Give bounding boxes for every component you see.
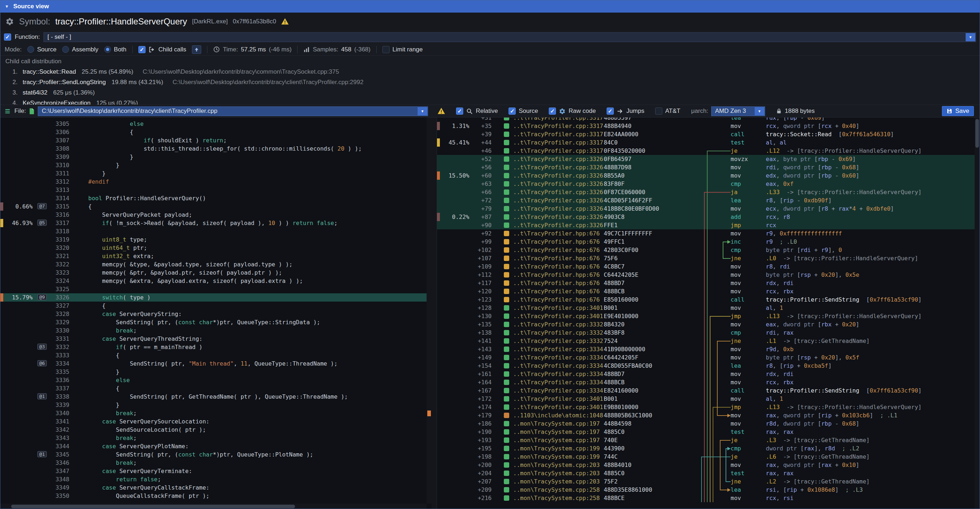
assembly-row[interactable]: +52..t\TracyProfiler.cpp:33260FB64597mov… bbox=[437, 155, 975, 163]
source-line[interactable]: 3314 bool Profiler::HandleServerQuery() bbox=[0, 194, 426, 202]
asm-location[interactable]: ..t\TracyProfiler.cpp:3326 bbox=[513, 205, 604, 213]
asm-location[interactable]: ..mon\TracySystem.cpp:203 bbox=[513, 461, 604, 469]
asm-location[interactable]: ..mon\TracySystem.cpp:258 bbox=[513, 494, 604, 502]
assembly-row[interactable]: +99..t\TracyProfiler.hpp:67649FFC1incr9 … bbox=[437, 238, 975, 246]
source-line[interactable]: 3310 } bbox=[0, 161, 426, 169]
asm-location[interactable]: ..mon\TracySystem.cpp:197 bbox=[513, 428, 604, 436]
source-line[interactable]: 3309 } bbox=[0, 153, 426, 161]
chevron-down-icon[interactable]: ▼ bbox=[418, 107, 427, 115]
asm-location[interactable]: ..t\TracyProfiler.hpp:676 bbox=[513, 287, 604, 296]
source-line[interactable]: 3320 uint64_t ptr; bbox=[0, 244, 426, 252]
asm-location[interactable]: ..mon\TracySystem.cpp:203 bbox=[513, 477, 604, 486]
asm-location[interactable]: ..t\TracyProfiler.cpp:3401 bbox=[513, 304, 604, 312]
assembly-row[interactable]: +63..t\TracyProfiler.cpp:332683F80Fcmpea… bbox=[437, 180, 975, 188]
source-line[interactable]: @13338 SendString( ptr, GetThreadName( p… bbox=[0, 393, 426, 401]
source-line[interactable]: 3336 else bbox=[0, 376, 426, 384]
assembly-row[interactable]: +92..t\TracyProfiler.hpp:67649C7C1FFFFFF… bbox=[437, 229, 975, 238]
source-line[interactable]: 3308 std::this_thread::sleep_for( std::c… bbox=[0, 145, 426, 153]
jumps-checkbox[interactable] bbox=[607, 108, 614, 115]
assembly-row[interactable]: 45.41%+44..t\TracyProfiler.cpp:331784C0t… bbox=[437, 138, 975, 147]
source-line[interactable]: 3337 { bbox=[0, 384, 426, 393]
asm-location[interactable]: ..t\TracyProfiler.cpp:3326 bbox=[513, 196, 604, 205]
child-call-item[interactable]: 1.tracy::Socket::Read25.25 ms (54.89%)C:… bbox=[5, 67, 980, 77]
asm-location[interactable]: ..t\TracyProfiler.cpp:3334 bbox=[513, 387, 604, 395]
asm-location[interactable]: ..t\TracyProfiler.cpp:3332 bbox=[513, 329, 604, 337]
asm-location[interactable]: ..t\TracyProfiler.hpp:676 bbox=[513, 246, 604, 254]
source-line[interactable]: 3307 if( shouldExit ) return; bbox=[0, 136, 426, 145]
raw-code-checkbox[interactable] bbox=[549, 108, 556, 115]
collapse-arrow-icon[interactable]: ▼ bbox=[5, 4, 9, 9]
source-vscrollbar[interactable] bbox=[426, 118, 431, 504]
assembly-row[interactable]: +179..1103\include\atomic:1048488B05B63C… bbox=[437, 411, 975, 420]
radio-source-icon[interactable] bbox=[27, 46, 34, 53]
source-line[interactable]: 3327 { bbox=[0, 302, 426, 310]
asm-location[interactable]: ..1103\include\atomic:1048 bbox=[513, 411, 604, 420]
asm-location[interactable]: ..t\TracyProfiler.cpp:3326 bbox=[513, 221, 604, 229]
assembly-row[interactable]: +154..t\TracyProfiler.cpp:33344C8D055FBA… bbox=[437, 362, 975, 370]
chevron-down-icon[interactable]: ▼ bbox=[966, 33, 975, 41]
att-checkbox[interactable] bbox=[655, 108, 662, 115]
asm-location[interactable]: ..t\TracyProfiler.cpp:3334 bbox=[513, 353, 604, 362]
function-combo[interactable]: [ - self - ] ▼ bbox=[43, 32, 976, 42]
assembly-row[interactable]: +167..t\TracyProfiler.cpp:3334E824160000… bbox=[437, 387, 975, 395]
assembly-row[interactable]: +128..t\TracyProfiler.cpp:3401B001moval,… bbox=[437, 304, 975, 312]
source-line[interactable]: @33332 if( ptr == m_mainThread ) bbox=[0, 343, 426, 351]
assembly-row[interactable]: +161..t\TracyProfiler.cpp:3334488BD7movr… bbox=[437, 370, 975, 378]
assembly-row[interactable]: +117..t\TracyProfiler.hpp:676488BD7movrd… bbox=[437, 279, 975, 287]
asm-location[interactable]: ..t\TracyProfiler.hpp:676 bbox=[513, 254, 604, 262]
asm-location[interactable]: ..t\TracyProfiler.hpp:676 bbox=[513, 271, 604, 279]
source-hscrollbar[interactable] bbox=[0, 504, 426, 509]
source-line[interactable]: 3343 break; bbox=[0, 434, 426, 442]
assembly-row[interactable]: +109..t\TracyProfiler.hpp:6764C8BC7movr8… bbox=[437, 262, 975, 271]
assembly-row[interactable]: +120..t\TracyProfiler.hpp:676488BCBmovrc… bbox=[437, 287, 975, 296]
assembly-row[interactable]: +46..t\TracyProfiler.cpp:33170F843502000… bbox=[437, 147, 975, 155]
assembly-row[interactable]: +56..t\TracyProfiler.cpp:3326488B7D98mov… bbox=[437, 163, 975, 172]
assembly-row[interactable]: +143..t\TracyProfiler.cpp:333441B90B0000… bbox=[437, 345, 975, 353]
source-line[interactable]: 3344 case ServerQueryPlotName: bbox=[0, 442, 426, 450]
panel-splitter[interactable] bbox=[431, 118, 437, 509]
assembly-row[interactable]: +72..t\TracyProfiler.cpp:33264C8D05F146F… bbox=[437, 196, 975, 205]
child-call-item[interactable]: 2.tracy::Profiler::SendLongString19.88 m… bbox=[5, 77, 980, 87]
assembly-row[interactable]: +200..mon\TracySystem.cpp:203488B4010mov… bbox=[437, 461, 975, 469]
assembly-row[interactable]: +195..mon\TracySystem.cpp:199443900cmpdw… bbox=[437, 444, 975, 453]
assembly-row[interactable]: +141..t\TracyProfiler.cpp:33327524jne.L1… bbox=[437, 337, 975, 345]
source-line[interactable]: 3319 uint8_t type; bbox=[0, 235, 426, 244]
assembly-row[interactable]: +130..t\TracyProfiler.cpp:3401E9E4010000… bbox=[437, 312, 975, 320]
assembly-row[interactable]: +193..mon\TracySystem.cpp:197740Eje.L3 -… bbox=[437, 436, 975, 444]
source-line[interactable]: 3321 uint32_t extra; bbox=[0, 252, 426, 260]
function-checkbox[interactable] bbox=[4, 33, 11, 41]
limit-range-checkbox[interactable] bbox=[382, 46, 390, 53]
asm-location[interactable]: ..t\TracyProfiler.cpp:3332 bbox=[513, 320, 604, 329]
source-line[interactable]: @63334 SendString( ptr, "Main thread", 1… bbox=[0, 359, 426, 368]
source-line[interactable]: 3342 SendSourceLocation( ptr ); bbox=[0, 426, 426, 434]
jumps-toggle[interactable]: Jumps bbox=[607, 108, 644, 115]
source-line[interactable]: 3323 memcpy( &ptr, &payload.ptr, sizeof(… bbox=[0, 269, 426, 277]
asm-location[interactable]: ..t\TracyProfiler.cpp:3317 bbox=[513, 130, 604, 138]
asm-location[interactable]: ..mon\TracySystem.cpp:199 bbox=[513, 453, 604, 461]
source-line[interactable]: 3306 { bbox=[0, 128, 426, 136]
assembly-row[interactable]: +209..mon\TracySystem.cpp:258488D35E8861… bbox=[437, 486, 975, 494]
asm-location[interactable]: ..t\TracyProfiler.cpp:3326 bbox=[513, 188, 604, 196]
source-toggle[interactable]: Source bbox=[509, 108, 538, 115]
radio-assembly-icon[interactable] bbox=[62, 46, 69, 53]
asm-location[interactable]: ..t\TracyProfiler.hpp:676 bbox=[513, 229, 604, 238]
mode-radio-assembly[interactable]: Assembly bbox=[62, 46, 99, 53]
asm-location[interactable]: ..t\TracyProfiler.cpp:3334 bbox=[513, 378, 604, 387]
uarch-combo[interactable]: AMD Zen 3 ▼ bbox=[711, 107, 765, 116]
source-line[interactable]: 3313 bbox=[0, 186, 426, 194]
assembly-vscrollbar-thumb[interactable] bbox=[975, 119, 979, 148]
source-line[interactable]: 3341 case ServerQuerySourceLocation: bbox=[0, 417, 426, 426]
asm-location[interactable]: ..t\TracyProfiler.cpp:3317 bbox=[513, 138, 604, 147]
raw-code-toggle[interactable]: Raw code bbox=[549, 108, 596, 115]
asm-location[interactable]: ..mon\TracySystem.cpp:197 bbox=[513, 436, 604, 444]
assembly-row[interactable]: +39..t\TracyProfiler.cpp:3317E824AA0000c… bbox=[437, 130, 975, 138]
assembly-vscrollbar[interactable] bbox=[975, 118, 980, 509]
source-line[interactable]: 3339 } bbox=[0, 401, 426, 409]
assembly-row[interactable]: 0.22%+87..t\TracyProfiler.cpp:33264903C8… bbox=[437, 213, 975, 221]
source-line[interactable]: 3329 SendString( ptr, (const char*)ptr, … bbox=[0, 318, 426, 326]
asm-location[interactable]: ..mon\TracySystem.cpp:258 bbox=[513, 486, 604, 494]
source-line[interactable]: @13345 SendString( ptr, (const char*)ptr… bbox=[0, 450, 426, 459]
assembly-row[interactable]: +190..mon\TracySystem.cpp:1974885C0testr… bbox=[437, 428, 975, 436]
source-line[interactable]: 3349 case ServerQueryCallstackFrame: bbox=[0, 484, 426, 492]
source-line[interactable]: 3312 #endif bbox=[0, 178, 426, 186]
